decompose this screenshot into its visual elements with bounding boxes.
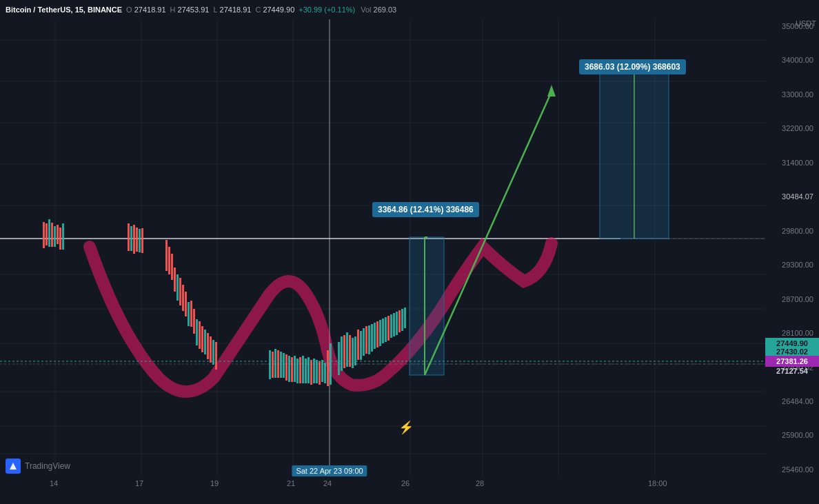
svg-rect-77 [321, 360, 323, 382]
svg-rect-83 [343, 335, 345, 368]
time-label-17: 17 [135, 479, 143, 487]
price-33000: 33000.00 [768, 90, 816, 99]
svg-rect-55 [210, 336, 212, 363]
svg-rect-76 [318, 361, 321, 385]
svg-rect-93 [371, 324, 373, 352]
time-tooltip: Sat 22 Apr 23 09:00 [292, 465, 367, 476]
svg-rect-43 [176, 274, 179, 301]
svg-rect-75 [316, 360, 318, 383]
svg-rect-99 [387, 316, 390, 341]
svg-rect-66 [291, 357, 293, 382]
chart-area[interactable]: 3364.86 (12.41%) 336486 3686.03 (12.09%)… [0, 19, 765, 476]
svg-rect-59 [272, 352, 274, 378]
h-label: H [170, 6, 176, 14]
svg-rect-33 [128, 223, 130, 251]
svg-rect-57 [215, 342, 217, 370]
svg-rect-28 [51, 223, 53, 247]
price-26484: 26484.00 [768, 397, 816, 405]
chart-symbol: Bitcoin / TetherUS, 15, BINANCE [6, 6, 122, 14]
svg-rect-79 [327, 350, 329, 386]
price-34000: 34000.00 [768, 56, 816, 64]
tradingview-logo: TradingView [6, 458, 70, 474]
price-35000: 35000.00 [768, 22, 816, 30]
svg-rect-29 [54, 226, 56, 247]
time-label-26: 26 [401, 479, 410, 487]
time-label-1800: 18:00 [648, 479, 667, 487]
c-value: 27449.90 [263, 6, 294, 14]
svg-rect-38 [141, 228, 143, 253]
svg-rect-39 [165, 240, 168, 271]
svg-rect-78 [324, 363, 326, 383]
svg-rect-81 [338, 342, 340, 375]
svg-rect-32 [62, 223, 64, 250]
svg-rect-63 [283, 353, 285, 378]
svg-rect-62 [280, 352, 282, 378]
svg-rect-48 [190, 301, 192, 327]
svg-rect-73 [310, 360, 312, 385]
svg-rect-95 [376, 321, 378, 347]
svg-marker-111 [547, 85, 556, 97]
price-axis: 35000.00 34000.00 33000.00 32200.00 3140… [765, 19, 819, 476]
h-value: 27453.91 [178, 6, 210, 14]
time-label-24: 24 [323, 479, 332, 487]
svg-rect-86 [352, 338, 354, 368]
svg-rect-104 [401, 309, 403, 331]
c-label: C [255, 6, 261, 14]
svg-rect-92 [368, 325, 370, 354]
svg-rect-40 [168, 247, 170, 274]
svg-rect-67 [294, 356, 296, 382]
price-28100: 28100.00 [768, 329, 816, 337]
svg-rect-51 [199, 321, 201, 349]
svg-marker-117 [10, 463, 17, 470]
svg-rect-35 [133, 225, 135, 254]
chart-container: ergal91 published on TradingView.com, Ap… [0, 0, 819, 504]
measurement-tooltip-1: 3364.86 (12.41%) 336486 [372, 202, 479, 217]
tv-icon [6, 458, 21, 474]
time-label-19: 19 [210, 479, 219, 487]
price-32200: 32200.00 [768, 124, 816, 132]
price-25460: 25460.00 [768, 465, 816, 474]
svg-rect-82 [341, 336, 343, 371]
svg-rect-58 [269, 350, 271, 379]
measurement-tooltip-2: 3686.03 (12.09%) 368603 [579, 59, 686, 74]
price-30484: 30484.07 [768, 192, 816, 201]
svg-rect-85 [349, 335, 351, 367]
svg-rect-44 [179, 278, 181, 305]
svg-rect-36 [136, 228, 138, 252]
svg-rect-46 [185, 292, 187, 316]
l-label: L [213, 6, 217, 14]
svg-rect-103 [398, 310, 401, 332]
price-badge-27127: 27127.54 [765, 365, 819, 376]
tv-text: TradingView [25, 461, 70, 471]
svg-rect-98 [385, 317, 387, 342]
svg-rect-101 [393, 313, 395, 336]
svg-rect-106 [410, 237, 444, 375]
chart-header: Bitcoin / TetherUS, 15, BINANCE O 27418.… [0, 0, 819, 19]
svg-rect-68 [296, 359, 299, 383]
svg-rect-60 [274, 349, 276, 378]
lightning-icon: ⚡ [398, 420, 414, 435]
svg-rect-102 [396, 312, 398, 335]
svg-rect-42 [174, 268, 176, 292]
time-label-14: 14 [50, 479, 58, 487]
svg-rect-91 [365, 326, 367, 354]
svg-rect-65 [288, 356, 290, 382]
svg-rect-96 [379, 320, 381, 346]
price-31400: 31400.00 [768, 159, 816, 167]
svg-rect-45 [182, 285, 184, 311]
vol-label: Vol [361, 6, 371, 14]
svg-rect-47 [188, 302, 190, 326]
price-29800: 29800.00 [768, 227, 816, 235]
svg-rect-37 [139, 229, 141, 252]
svg-rect-50 [196, 319, 198, 345]
svg-rect-94 [374, 323, 376, 349]
vol-value: 269.03 [374, 6, 397, 14]
svg-rect-52 [201, 326, 203, 352]
svg-rect-26 [46, 223, 48, 245]
svg-rect-88 [357, 330, 359, 360]
svg-rect-97 [382, 319, 384, 343]
svg-rect-105 [404, 308, 406, 328]
o-label: O [126, 6, 132, 14]
price-25900: 25900.00 [768, 431, 816, 439]
price-29300: 29300.00 [768, 261, 816, 269]
